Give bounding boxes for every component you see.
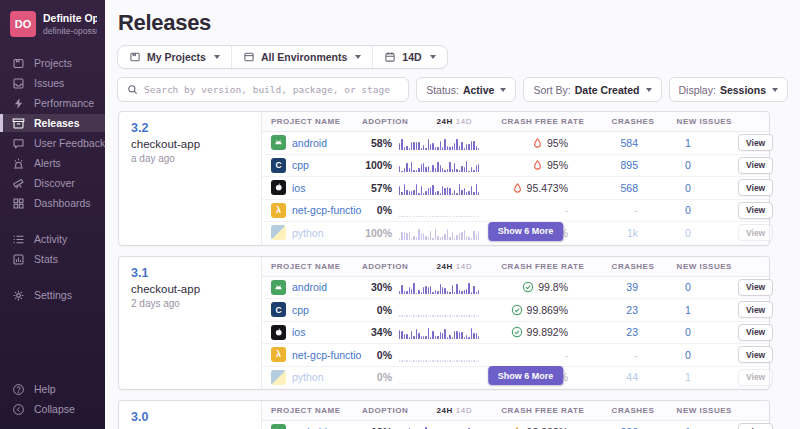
status-dropdown[interactable]: Status:Active bbox=[416, 77, 516, 102]
org-switcher[interactable]: DO Definite Opossu… definite-opossum@… bbox=[0, 0, 105, 49]
crashes-link[interactable]: 23 bbox=[626, 304, 638, 316]
dashboards-icon bbox=[12, 197, 25, 210]
view-button[interactable]: View bbox=[738, 224, 773, 241]
display-dropdown[interactable]: Display:Sessions bbox=[669, 77, 788, 102]
view-button[interactable]: View bbox=[738, 157, 773, 174]
sidebar-item-activity[interactable]: Activity bbox=[0, 230, 105, 248]
new-issues-link[interactable]: 0 bbox=[685, 326, 691, 338]
table-header-row: PROJECT NAMEADOPTION24H14DCRASH FREE RAT… bbox=[262, 112, 769, 132]
project-link[interactable]: ios bbox=[292, 182, 305, 194]
col-crashes: CRASHES bbox=[588, 117, 654, 126]
view-button[interactable]: View bbox=[738, 324, 773, 341]
crashes-link[interactable]: 584 bbox=[620, 137, 638, 149]
view-button[interactable]: View bbox=[738, 279, 773, 296]
new-issues-link[interactable]: 0 bbox=[685, 281, 691, 293]
sidebar-item-releases[interactable]: Releases bbox=[0, 114, 105, 132]
view-button[interactable]: View bbox=[738, 202, 773, 219]
release-version-link[interactable]: 3.1 bbox=[131, 266, 249, 280]
new-issues-link[interactable]: 0 bbox=[685, 182, 691, 194]
app-root: DO Definite Opossu… definite-opossum@… P… bbox=[0, 0, 800, 429]
project-link[interactable]: python bbox=[292, 371, 324, 383]
search-input[interactable]: Search by version, build, package, or st… bbox=[117, 77, 409, 102]
release-timestamp: 2 days ago bbox=[131, 298, 249, 309]
user-feedback-icon bbox=[12, 137, 25, 150]
project-link[interactable]: android bbox=[292, 137, 327, 149]
sidebar-item-issues[interactable]: Issues bbox=[0, 74, 105, 92]
release-app-name: checkout-app bbox=[131, 283, 249, 295]
project-link[interactable]: net-gcp-function bbox=[292, 349, 362, 361]
sidebar-item-label: Performance bbox=[34, 97, 94, 109]
sidebar-item-label: Alerts bbox=[34, 157, 61, 169]
project-link[interactable]: android bbox=[292, 281, 327, 293]
view-button[interactable]: View bbox=[738, 301, 773, 318]
range-24h[interactable]: 24H bbox=[437, 262, 453, 271]
view-button[interactable]: View bbox=[738, 179, 773, 196]
sidebar-item-stats[interactable]: Stats bbox=[0, 250, 105, 268]
project-filter[interactable]: My Projects bbox=[118, 46, 231, 68]
range-14d[interactable]: 14D bbox=[456, 262, 472, 271]
col-crash-free-rate: CRASH FREE RATE bbox=[500, 406, 588, 415]
new-issues-link[interactable]: 0 bbox=[685, 227, 691, 239]
release-table: PROJECT NAMEADOPTION24H14DCRASH FREE RAT… bbox=[262, 401, 769, 429]
status-check-icon bbox=[522, 281, 534, 293]
sidebar-item-discover[interactable]: Discover bbox=[0, 174, 105, 192]
status-flame-icon bbox=[532, 137, 543, 149]
show-more-button[interactable]: Show 6 More bbox=[488, 366, 564, 385]
range-24h[interactable]: 24H bbox=[437, 117, 453, 126]
crashes-link[interactable]: 1k bbox=[627, 227, 638, 239]
crash-free-rate-value: 95.473% bbox=[527, 182, 568, 194]
project-link[interactable]: cpp bbox=[292, 159, 309, 171]
table-header-row: PROJECT NAMEADOPTION24H14DCRASH FREE RAT… bbox=[262, 401, 769, 421]
sidebar-item-label: Projects bbox=[34, 57, 72, 69]
sidebar-item-help[interactable]: Help bbox=[0, 380, 105, 398]
crash-free-rate-cell: 99.869% bbox=[484, 304, 572, 316]
status-check-icon bbox=[511, 326, 523, 338]
project-link[interactable]: cpp bbox=[292, 304, 309, 316]
show-more-button[interactable]: Show 6 More bbox=[488, 222, 564, 241]
range-toggle[interactable]: 24H14D bbox=[408, 117, 500, 126]
view-button[interactable]: View bbox=[738, 369, 773, 386]
sidebar-item-projects[interactable]: Projects bbox=[0, 54, 105, 72]
new-issues-link[interactable]: 0 bbox=[685, 204, 691, 216]
new-issues-link[interactable]: 1 bbox=[685, 371, 691, 383]
view-button[interactable]: View bbox=[738, 346, 773, 363]
release-table: PROJECT NAMEADOPTION24H14DCRASH FREE RAT… bbox=[262, 257, 769, 390]
crashes-link[interactable]: 39 bbox=[626, 281, 638, 293]
sidebar-item-label: Issues bbox=[34, 77, 64, 89]
project-link[interactable]: ios bbox=[292, 326, 305, 338]
sort-by-dropdown[interactable]: Sort By:Date Created bbox=[523, 77, 661, 102]
crashes-link[interactable]: 23 bbox=[626, 326, 638, 338]
environment-filter[interactable]: All Environments bbox=[231, 46, 372, 68]
sidebar-item-dashboards[interactable]: Dashboards bbox=[0, 194, 105, 212]
chevron-down-icon bbox=[646, 88, 652, 92]
release-version-link[interactable]: 3.2 bbox=[131, 121, 249, 135]
project-link[interactable]: net-gcp-function bbox=[292, 204, 362, 216]
sidebar-item-collapse[interactable]: Collapse bbox=[0, 400, 105, 418]
crashes-link[interactable]: 895 bbox=[620, 159, 638, 171]
new-issues-link[interactable]: 1 bbox=[685, 137, 691, 149]
org-email: definite-opossum@… bbox=[43, 26, 97, 36]
crashes-link[interactable]: 568 bbox=[620, 182, 638, 194]
new-issues-link[interactable]: 0 bbox=[685, 349, 691, 361]
sidebar-item-settings[interactable]: Settings bbox=[0, 286, 105, 304]
date-range-filter[interactable]: 14D bbox=[372, 46, 446, 68]
sidebar-item-user-feedback[interactable]: User Feedback bbox=[0, 134, 105, 152]
new-issues-link[interactable]: 0 bbox=[685, 159, 691, 171]
adoption-value: 100% bbox=[362, 159, 392, 171]
range-14d[interactable]: 14D bbox=[456, 117, 472, 126]
crashes-link[interactable]: 44 bbox=[626, 371, 638, 383]
sidebar-item-alerts[interactable]: Alerts bbox=[0, 154, 105, 172]
view-button[interactable]: View bbox=[738, 423, 773, 429]
release-version-link[interactable]: 3.0 bbox=[131, 410, 249, 424]
crashes-cell: 895 bbox=[572, 159, 638, 171]
range-14d[interactable]: 14D bbox=[456, 406, 472, 415]
range-24h[interactable]: 24H bbox=[437, 406, 453, 415]
sidebar-item-performance[interactable]: Performance bbox=[0, 94, 105, 112]
view-button[interactable]: View bbox=[738, 134, 773, 151]
range-toggle[interactable]: 24H14D bbox=[408, 262, 500, 271]
project-row-cpp: Ccpp100%95%8950View bbox=[262, 155, 769, 178]
chevron-down-icon bbox=[430, 55, 436, 59]
project-link[interactable]: python bbox=[292, 227, 324, 239]
new-issues-link[interactable]: 1 bbox=[685, 304, 691, 316]
range-toggle[interactable]: 24H14D bbox=[408, 406, 500, 415]
